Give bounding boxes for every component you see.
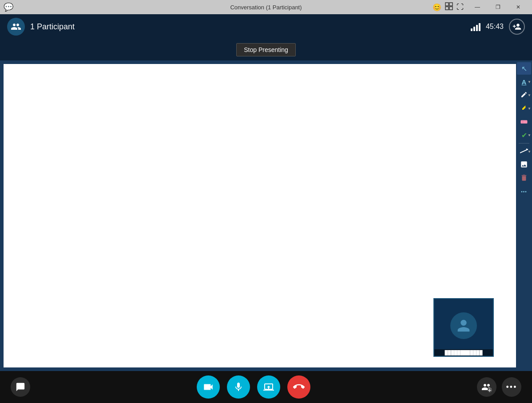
line-icon: [520, 148, 528, 156]
stamp-dropdown-arrow[interactable]: ▼: [528, 133, 531, 137]
text-icon: A: [522, 78, 527, 86]
signal-strength: [471, 22, 480, 31]
window-controls: — ❐ ✕: [467, 0, 528, 14]
signal-bar-2: [473, 27, 475, 31]
annotation-toolbar: ↖ A ▼ ▼ ▼ ✔ ▼: [516, 60, 532, 371]
whiteboard-area[interactable]: ████████████: [4, 64, 516, 367]
highlighter-icon: [520, 104, 528, 113]
bottom-center-controls: [197, 375, 310, 399]
text-dropdown-arrow[interactable]: ▼: [528, 80, 531, 84]
self-avatar: [450, 312, 477, 339]
clear-icon: [520, 174, 528, 183]
participants-icon: [7, 18, 25, 36]
microphone-button[interactable]: [227, 375, 250, 399]
video-button[interactable]: [197, 375, 220, 399]
text-tool-button[interactable]: A ▼: [517, 76, 531, 88]
eraser-icon: [520, 117, 528, 126]
svg-rect-2: [445, 7, 449, 10]
image-icon: [520, 160, 528, 170]
svg-rect-5: [523, 120, 523, 124]
eraser-tool-button[interactable]: [517, 116, 531, 128]
participant-count: 1 Participant: [30, 22, 75, 32]
svg-rect-1: [449, 3, 453, 6]
tile-view-icon[interactable]: [445, 2, 453, 12]
cursor-icon: ↖: [521, 64, 527, 73]
stamp-icon: ✔: [521, 131, 527, 140]
pen-dropdown-arrow[interactable]: ▼: [528, 93, 531, 97]
svg-rect-4: [521, 120, 528, 124]
minimize-button[interactable]: —: [467, 0, 488, 14]
signal-bar-4: [479, 23, 480, 31]
bottom-controls-bar: •••: [0, 371, 532, 403]
add-participant-button[interactable]: [509, 19, 525, 35]
main-content: ████████████ ↖ A ▼ ▼ ▼: [0, 60, 532, 371]
participant-settings-button[interactable]: [477, 377, 496, 397]
more-options-icon: •••: [506, 383, 517, 392]
self-video-name: ████████████: [434, 349, 493, 356]
more-tools-button[interactable]: •••: [517, 185, 531, 198]
window-title: Conversation (1 Participant): [230, 4, 302, 11]
title-bar-left: 💬: [4, 2, 13, 12]
pen-tool-button[interactable]: ▼: [517, 89, 531, 101]
more-options-button[interactable]: •••: [502, 377, 521, 397]
emoji-icon[interactable]: 😊: [433, 3, 441, 12]
stop-presenting-bar: Stop Presenting: [0, 39, 532, 60]
signal-bar-3: [476, 25, 478, 31]
line-tool-button[interactable]: ▼: [517, 145, 531, 158]
message-icon: 💬: [4, 2, 13, 12]
screen-share-button[interactable]: [257, 375, 280, 399]
cursor-tool-button[interactable]: ↖: [517, 62, 531, 75]
stop-presenting-button[interactable]: Stop Presenting: [236, 43, 296, 56]
close-button[interactable]: ✕: [508, 0, 528, 14]
more-dots-icon: •••: [521, 189, 527, 194]
end-call-button[interactable]: [287, 375, 310, 399]
bottom-left-controls: [11, 377, 30, 397]
self-video-preview: ████████████: [433, 298, 494, 357]
svg-rect-3: [449, 7, 453, 10]
chat-button[interactable]: [11, 377, 30, 397]
signal-bar-1: [471, 28, 472, 31]
pen-icon: [520, 91, 528, 100]
clear-button[interactable]: [517, 172, 531, 184]
restore-button[interactable]: ❐: [488, 0, 508, 14]
call-header: 1 Participant 45:43: [0, 14, 532, 39]
header-left: 1 Participant: [7, 18, 75, 36]
line-dropdown-arrow[interactable]: ▼: [528, 150, 531, 154]
title-bar-icons: 😊 ⛶ — ❐ ✕: [433, 0, 528, 14]
highlighter-dropdown-arrow[interactable]: ▼: [528, 107, 531, 111]
highlighter-tool-button[interactable]: ▼: [517, 102, 531, 115]
bottom-right-controls: •••: [477, 377, 521, 397]
title-bar: 💬 Conversation (1 Participant) 😊 ⛶ — ❐ ✕: [0, 0, 532, 14]
header-right: 45:43: [471, 19, 525, 35]
toolbar-separator: [519, 143, 529, 144]
fullscreen-icon[interactable]: ⛶: [457, 3, 464, 11]
stamp-tool-button[interactable]: ✔ ▼: [517, 129, 531, 141]
svg-rect-0: [445, 3, 449, 6]
call-timer: 45:43: [486, 23, 504, 31]
insert-image-button[interactable]: [517, 159, 531, 171]
